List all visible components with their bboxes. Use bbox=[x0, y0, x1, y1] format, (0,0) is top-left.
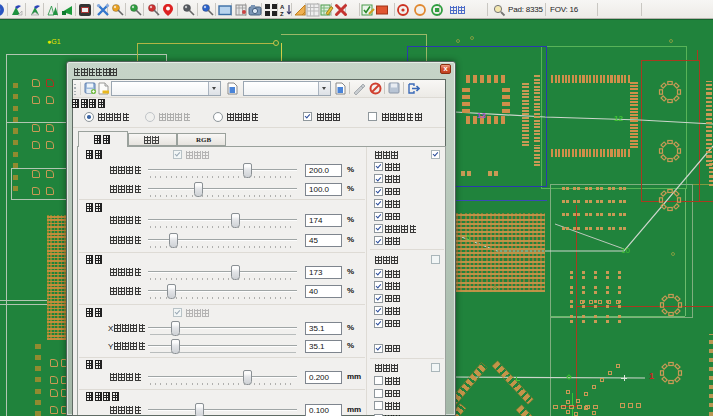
svg-text:A: A bbox=[280, 4, 285, 10]
svg-text:Z: Z bbox=[280, 11, 284, 17]
